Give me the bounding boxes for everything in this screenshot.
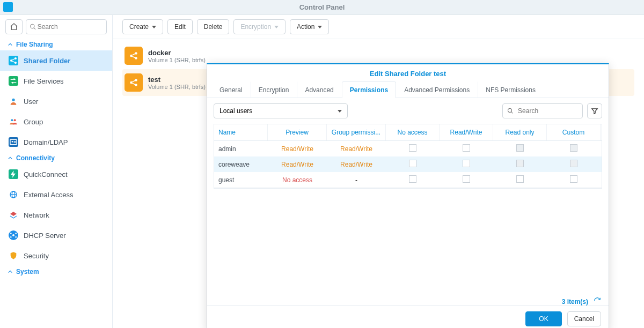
cell-read-only bbox=[493, 172, 547, 188]
svg-point-21 bbox=[135, 79, 137, 81]
checkbox bbox=[516, 160, 524, 167]
checkbox[interactable] bbox=[516, 175, 524, 183]
refresh-button[interactable] bbox=[594, 297, 601, 306]
checkbox bbox=[570, 160, 577, 167]
filter-icon bbox=[591, 107, 598, 115]
svg-point-14 bbox=[15, 233, 17, 234]
col-read-write[interactable]: Read/Write bbox=[440, 124, 493, 140]
svg-point-12 bbox=[12, 234, 14, 236]
svg-point-7 bbox=[14, 119, 16, 121]
edit-button[interactable]: Edit bbox=[167, 19, 193, 34]
sidebar-item-user[interactable]: User bbox=[0, 91, 112, 111]
cell-custom bbox=[547, 156, 601, 172]
sidebar-search[interactable] bbox=[26, 19, 107, 34]
permission-row[interactable]: adminRead/WriteRead/Write bbox=[214, 141, 602, 156]
cell-group: - bbox=[327, 173, 386, 187]
col-no-access[interactable]: No access bbox=[386, 124, 440, 140]
svg-point-18 bbox=[135, 52, 137, 55]
chevron-up-icon bbox=[8, 269, 13, 274]
col-read-only[interactable]: Read only bbox=[493, 124, 547, 140]
id-card-icon bbox=[9, 138, 18, 146]
checkbox[interactable] bbox=[409, 160, 416, 167]
checkbox[interactable] bbox=[409, 144, 416, 152]
grid-footer-info: 3 item(s) bbox=[562, 297, 601, 306]
col-preview[interactable]: Preview bbox=[268, 124, 327, 140]
col-name[interactable]: Name bbox=[214, 124, 268, 140]
home-icon bbox=[10, 23, 18, 31]
checkbox[interactable] bbox=[463, 160, 470, 167]
section-connectivity[interactable]: Connectivity bbox=[0, 152, 112, 164]
permissions-search[interactable] bbox=[502, 103, 583, 118]
svg-point-16 bbox=[15, 236, 17, 238]
cell-name: admin bbox=[214, 142, 268, 156]
section-label: Connectivity bbox=[16, 154, 55, 162]
sidebar-item-dhcp[interactable]: DHCP Server bbox=[0, 225, 112, 245]
sidebar-item-quickconnect[interactable]: QuickConnect bbox=[0, 164, 112, 184]
filter-button[interactable] bbox=[587, 103, 602, 118]
delete-button[interactable]: Delete bbox=[197, 19, 230, 34]
cell-read-write bbox=[440, 141, 493, 156]
sidebar-item-file-services[interactable]: File Services bbox=[0, 71, 112, 91]
folder-location: Volume 1 (SHR, btrfs) bbox=[148, 84, 206, 90]
sidebar-item-label: External Access bbox=[24, 191, 74, 199]
cell-read-only bbox=[493, 141, 547, 156]
svg-point-13 bbox=[10, 233, 12, 234]
sidebar-item-label: Network bbox=[24, 211, 49, 219]
sidebar-item-label: Shared Folder bbox=[24, 57, 70, 65]
cell-preview: No access bbox=[268, 173, 327, 187]
sidebar-item-network[interactable]: Network bbox=[0, 205, 112, 225]
action-button[interactable]: Action bbox=[290, 19, 329, 34]
svg-point-17 bbox=[130, 55, 133, 57]
tab-advanced-permissions[interactable]: Advanced Permissions bbox=[396, 81, 478, 98]
permissions-search-input[interactable] bbox=[517, 107, 578, 115]
caret-down-icon bbox=[152, 26, 156, 28]
tab-nfs-permissions[interactable]: NFS Permissions bbox=[478, 81, 544, 98]
section-system[interactable]: System bbox=[0, 266, 112, 278]
sidebar-item-group[interactable]: Group bbox=[0, 111, 112, 132]
sidebar-item-label: Domain/LDAP bbox=[24, 138, 68, 146]
col-custom[interactable]: Custom bbox=[547, 124, 601, 140]
folder-name: docker bbox=[148, 49, 206, 57]
cell-preview: Read/Write bbox=[268, 142, 327, 156]
sidebar-item-domain-ldap[interactable]: Domain/LDAP bbox=[0, 132, 112, 152]
sidebar-item-shared-folder[interactable]: Shared Folder bbox=[0, 50, 112, 71]
checkbox bbox=[516, 144, 524, 152]
checkbox[interactable] bbox=[463, 175, 470, 183]
cell-name: coreweave bbox=[214, 158, 268, 172]
cell-preview: Read/Write bbox=[268, 158, 327, 172]
home-button[interactable] bbox=[5, 19, 23, 34]
tab-general[interactable]: General bbox=[211, 81, 251, 98]
modal-footer: OK Cancel bbox=[207, 305, 609, 328]
col-group[interactable]: Group permissi... bbox=[327, 124, 386, 140]
cell-no-access bbox=[386, 141, 440, 156]
svg-point-2 bbox=[10, 59, 12, 62]
encryption-button: Encryption bbox=[233, 19, 286, 34]
checkbox[interactable] bbox=[463, 144, 470, 152]
bolt-icon bbox=[9, 170, 18, 178]
tab-permissions[interactable]: Permissions bbox=[342, 81, 396, 98]
sidebar-item-label: QuickConnect bbox=[24, 170, 68, 178]
tab-advanced[interactable]: Advanced bbox=[297, 81, 341, 98]
caret-down-icon bbox=[318, 26, 322, 28]
sidebar-item-label: Security bbox=[24, 252, 49, 260]
checkbox[interactable] bbox=[570, 175, 577, 183]
permission-row[interactable]: guestNo access- bbox=[214, 172, 602, 188]
svg-point-5 bbox=[12, 99, 14, 101]
share-folder-icon bbox=[125, 47, 143, 65]
sidebar-search-input[interactable] bbox=[36, 23, 103, 31]
section-file-sharing[interactable]: File Sharing bbox=[0, 39, 112, 50]
permission-row[interactable]: coreweaveRead/WriteRead/Write bbox=[214, 156, 602, 172]
sidebar-item-security[interactable]: Security bbox=[0, 245, 112, 266]
cancel-button[interactable]: Cancel bbox=[567, 311, 601, 326]
ok-button[interactable]: OK bbox=[525, 311, 561, 326]
cell-custom bbox=[547, 141, 601, 156]
sidebar-item-label: User bbox=[24, 98, 38, 106]
user-scope-select[interactable]: Local users bbox=[214, 103, 348, 118]
window-titlebar: Control Panel bbox=[0, 0, 644, 15]
sidebar-item-external-access[interactable]: External Access bbox=[0, 184, 112, 205]
create-button[interactable]: Create bbox=[122, 19, 163, 34]
svg-line-1 bbox=[34, 28, 35, 29]
modal-tabs: GeneralEncryptionAdvancedPermissionsAdva… bbox=[207, 81, 609, 98]
tab-encryption[interactable]: Encryption bbox=[251, 81, 297, 98]
checkbox[interactable] bbox=[409, 175, 416, 183]
